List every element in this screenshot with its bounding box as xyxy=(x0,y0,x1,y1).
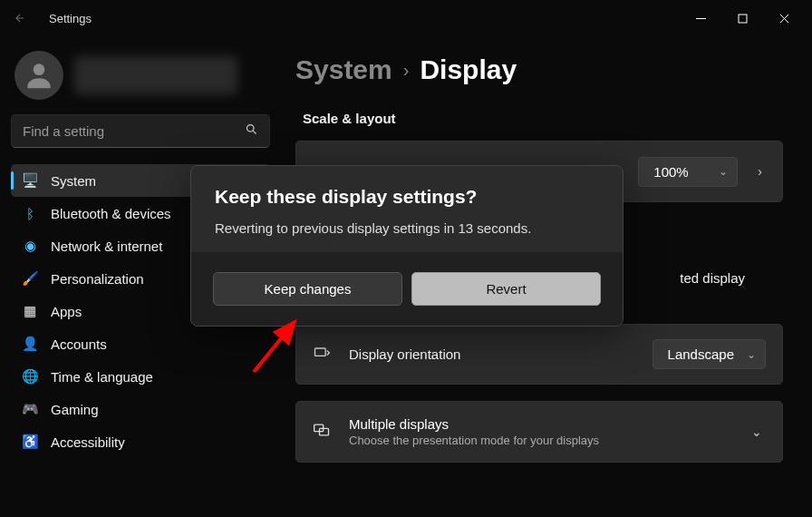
dialog-overlay: Keep these display settings? Reverting t… xyxy=(0,0,812,517)
display-confirm-dialog: Keep these display settings? Reverting t… xyxy=(190,165,624,327)
dialog-title: Keep these display settings? xyxy=(215,186,599,208)
dialog-message: Reverting to previous display settings i… xyxy=(215,220,599,236)
revert-button[interactable]: Revert xyxy=(411,272,601,306)
keep-changes-button[interactable]: Keep changes xyxy=(213,272,402,306)
